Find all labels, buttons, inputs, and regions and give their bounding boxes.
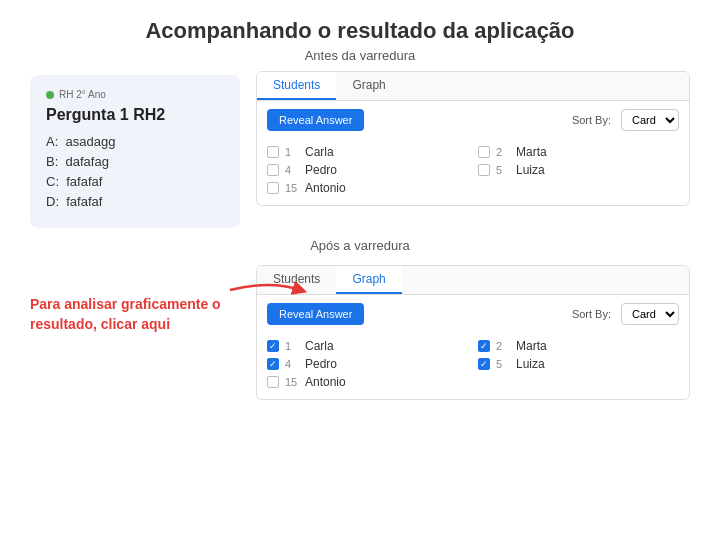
before-label: Antes da varredura: [0, 48, 720, 63]
student-num: 4: [285, 358, 299, 370]
student-row: 1 Carla: [267, 339, 468, 353]
bottom-left-panel: Para analisar graficamente o resultado, …: [30, 265, 240, 400]
sort-label-before: Sort By:: [572, 114, 611, 126]
student-row: 4 Pedro: [267, 163, 468, 177]
after-tabs: Students Graph: [257, 266, 689, 295]
student-row: 5 Luiza: [478, 163, 679, 177]
reveal-answer-btn-after[interactable]: Reveal Answer: [267, 303, 364, 325]
student-name: Antonio: [305, 181, 346, 195]
tab-graph-after[interactable]: Graph: [336, 266, 401, 294]
status-dot: [46, 91, 54, 99]
student-row: 15 Antonio: [267, 375, 468, 389]
student-name: Luiza: [516, 163, 545, 177]
student-checkbox[interactable]: [478, 146, 490, 158]
student-name: Carla: [305, 339, 334, 353]
student-name: Antonio: [305, 375, 346, 389]
student-num: 1: [285, 146, 299, 158]
tab-graph-before[interactable]: Graph: [336, 72, 401, 100]
question-title: Pergunta 1 RH2: [46, 106, 224, 124]
student-num: 15: [285, 182, 299, 194]
before-tabs: Students Graph: [257, 72, 689, 101]
student-num: 1: [285, 340, 299, 352]
question-card: RH 2° Ano Pergunta 1 RH2 A: asadagg B: d…: [30, 75, 240, 228]
student-num: 5: [496, 358, 510, 370]
student-row: 15 Antonio: [267, 181, 468, 195]
rh-label-text: RH 2° Ano: [59, 89, 106, 100]
page-title: Acompanhando o resultado da aplicação: [0, 0, 720, 44]
reveal-answer-btn-before[interactable]: Reveal Answer: [267, 109, 364, 131]
arrow-icon: [230, 275, 310, 305]
student-name: Marta: [516, 339, 547, 353]
student-checkbox[interactable]: [267, 164, 279, 176]
student-name: Luiza: [516, 357, 545, 371]
students-grid-after: 1 Carla 2 Marta 4 Pedro 5 Luiza: [257, 333, 689, 399]
student-row: 1 Carla: [267, 145, 468, 159]
student-num: 2: [496, 340, 510, 352]
after-label: Após a varredura: [0, 238, 720, 253]
student-name: Pedro: [305, 163, 337, 177]
option-d: D: fafafaf: [46, 194, 224, 209]
student-checkbox[interactable]: [478, 358, 490, 370]
tab-students-before[interactable]: Students: [257, 72, 336, 100]
student-num: 15: [285, 376, 299, 388]
student-checkbox[interactable]: [478, 340, 490, 352]
after-panel-box: Students Graph Reveal Answer Sort By: Ca…: [256, 265, 690, 400]
student-num: 4: [285, 164, 299, 176]
student-row: 2 Marta: [478, 339, 679, 353]
student-checkbox[interactable]: [267, 358, 279, 370]
sort-label-after: Sort By:: [572, 308, 611, 320]
question-panel: RH 2° Ano Pergunta 1 RH2 A: asadagg B: d…: [30, 71, 240, 228]
after-panel: Students Graph Reveal Answer Sort By: Ca…: [256, 265, 690, 400]
para-text[interactable]: Para analisar graficamente o resultado, …: [30, 295, 240, 334]
student-checkbox[interactable]: [267, 340, 279, 352]
sort-select-after[interactable]: Card: [621, 303, 679, 325]
student-name: Marta: [516, 145, 547, 159]
option-c: C: fafafaf: [46, 174, 224, 189]
option-a: A: asadagg: [46, 134, 224, 149]
option-b: B: dafafag: [46, 154, 224, 169]
student-checkbox[interactable]: [478, 164, 490, 176]
student-checkbox[interactable]: [267, 182, 279, 194]
student-num: 2: [496, 146, 510, 158]
student-checkbox[interactable]: [267, 146, 279, 158]
student-row: 4 Pedro: [267, 357, 468, 371]
student-row: 2 Marta: [478, 145, 679, 159]
student-name: Pedro: [305, 357, 337, 371]
before-panel: Students Graph Reveal Answer Sort By: Ca…: [256, 71, 690, 228]
before-panel-box: Students Graph Reveal Answer Sort By: Ca…: [256, 71, 690, 206]
student-num: 5: [496, 164, 510, 176]
student-row: 5 Luiza: [478, 357, 679, 371]
after-toolbar: Reveal Answer Sort By: Card: [257, 295, 689, 333]
rh-label: RH 2° Ano: [46, 89, 224, 100]
student-name: Carla: [305, 145, 334, 159]
sort-select-before[interactable]: Card: [621, 109, 679, 131]
before-toolbar: Reveal Answer Sort By: Card: [257, 101, 689, 139]
students-grid-before: 1 Carla 2 Marta 4 Pedro 5 Luiza: [257, 139, 689, 205]
student-checkbox[interactable]: [267, 376, 279, 388]
